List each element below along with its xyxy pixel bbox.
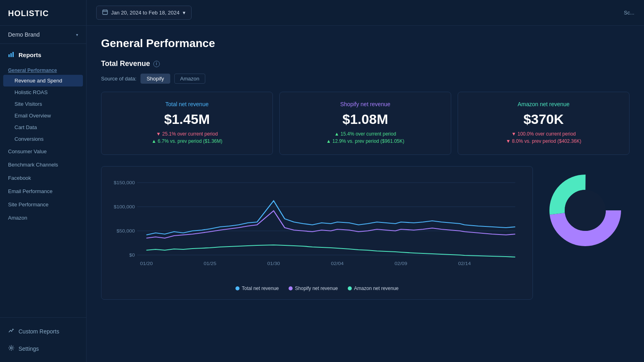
metric-card-amazon: Amazon net revenue $370K ▼ 100.0% over c…: [458, 92, 630, 155]
page-title: General Performance: [101, 37, 630, 50]
svg-rect-0: [8, 54, 10, 57]
metric-cards: Total net revenue $1.45M ▼ 25.1% over cu…: [101, 92, 630, 155]
legend-label-shopify: Shopify net revenue: [295, 286, 338, 291]
card-value-total: $1.45M: [109, 111, 264, 127]
custom-reports-item[interactable]: Custom Reports: [0, 323, 86, 340]
topbar-right-label: Sc...: [624, 10, 634, 16]
source-label: Source of data:: [101, 76, 136, 82]
line-chart-container: $150,000 $100,000 $50,000 $0 01/20 01/25…: [101, 166, 533, 300]
main-content: Jan 20, 2024 to Feb 18, 2024 ▾ Sc... Gen…: [87, 0, 644, 362]
card-title-amazon: Amazon net revenue: [466, 101, 621, 107]
settings-label: Settings: [19, 346, 39, 352]
date-picker[interactable]: Jan 20, 2024 to Feb 18, 2024 ▾: [96, 6, 192, 20]
custom-reports-icon: [8, 327, 14, 335]
svg-rect-2: [12, 52, 14, 57]
legend-shopify: Shopify net revenue: [289, 286, 338, 291]
content-area: General Performance Total Revenue i Sour…: [87, 26, 644, 362]
legend-label-amazon: Amazon net revenue: [354, 286, 399, 291]
sidebar-item-holistic-roas[interactable]: Holistic ROAS: [0, 86, 86, 98]
card-change1-total: ▼ 25.1% over current period: [109, 131, 264, 137]
donut-chart-container: [541, 166, 630, 255]
calendar-icon: [102, 9, 108, 16]
card-change2-amazon: ▼ 8.0% vs. prev period ($402.36K): [466, 138, 621, 144]
reports-label: Reports: [19, 51, 41, 58]
brand-selector[interactable]: Demo Brand ▾: [0, 26, 86, 44]
sidebar-item-cart-data[interactable]: Cart Data: [0, 121, 86, 133]
svg-text:02/09: 02/09: [394, 261, 407, 266]
sidebar-item-site-performance[interactable]: Site Performance: [0, 198, 86, 211]
donut-hole: [565, 190, 606, 231]
metric-card-total: Total net revenue $1.45M ▼ 25.1% over cu…: [101, 92, 273, 155]
svg-text:$50,000: $50,000: [117, 228, 135, 234]
sidebar-item-amazon[interactable]: Amazon: [0, 211, 86, 224]
date-range-label: Jan 20, 2024 to Feb 18, 2024: [111, 10, 180, 16]
card-value-amazon: $370K: [466, 111, 621, 127]
reports-header: Reports: [0, 44, 86, 63]
legend-amazon: Amazon net revenue: [348, 286, 399, 291]
chart-svg-wrapper: $150,000 $100,000 $50,000 $0 01/20 01/25…: [109, 175, 524, 281]
sidebar-bottom: Custom Reports Settings: [0, 317, 86, 362]
chart-legend: Total net revenue Shopify net revenue Am…: [109, 286, 524, 291]
svg-text:$0: $0: [129, 253, 135, 258]
reports-icon: [8, 51, 14, 59]
card-title-total: Total net revenue: [109, 101, 264, 107]
card-change2-shopify: ▲ 12.9% vs. prev period ($961.05K): [288, 138, 443, 144]
brand-chevron: ▾: [76, 33, 78, 37]
date-picker-chevron: ▾: [183, 10, 186, 16]
sidebar-item-email-performance[interactable]: Email Performance: [0, 185, 86, 198]
svg-text:$150,000: $150,000: [114, 180, 135, 185]
sidebar: HOLISTIC Demo Brand ▾ Reports General Pe…: [0, 0, 87, 362]
chart-row: $150,000 $100,000 $50,000 $0 01/20 01/25…: [101, 166, 630, 300]
svg-rect-4: [103, 10, 107, 14]
svg-text:01/20: 01/20: [140, 261, 153, 266]
sidebar-item-conversions[interactable]: Conversions: [0, 133, 86, 145]
sidebar-item-site-visitors[interactable]: Site Visitors: [0, 98, 86, 110]
svg-point-3: [10, 347, 12, 349]
svg-text:$100,000: $100,000: [114, 204, 135, 210]
legend-dot-shopify: [289, 286, 293, 290]
section-title: Total Revenue i: [101, 60, 630, 68]
sidebar-item-facebook[interactable]: Facebook: [0, 171, 86, 185]
donut-chart-svg: [545, 170, 625, 251]
card-change1-amazon: ▼ 100.0% over current period: [466, 131, 621, 137]
svg-text:01/30: 01/30: [267, 261, 280, 266]
sidebar-nav: General Performance Revenue and Spend Ho…: [0, 63, 86, 317]
svg-text:01/25: 01/25: [204, 261, 217, 266]
legend-dot-amazon: [348, 286, 352, 290]
source-shopify-button[interactable]: Shopify: [140, 74, 170, 84]
info-icon[interactable]: i: [153, 61, 160, 67]
sidebar-logo: HOLISTIC: [0, 0, 86, 26]
card-change1-shopify: ▲ 15.4% over current period: [288, 131, 443, 137]
sidebar-item-benchmark-channels[interactable]: Benchmark Channels: [0, 158, 86, 171]
legend-dot-total: [235, 286, 239, 290]
sidebar-item-consumer-value[interactable]: Consumer Value: [0, 145, 86, 158]
svg-text:02/04: 02/04: [331, 261, 344, 266]
sidebar-item-email-overview[interactable]: Email Overview: [0, 110, 86, 121]
card-change2-total: ▲ 6.7% vs. prev period ($1.36M): [109, 138, 264, 144]
line-chart-svg: $150,000 $100,000 $50,000 $0 01/20 01/25…: [109, 175, 524, 279]
source-amazon-button[interactable]: Amazon: [174, 74, 206, 84]
nav-section-general-performance[interactable]: General Performance: [0, 65, 86, 75]
brand-name: Demo Brand: [8, 31, 40, 38]
legend-label-total: Total net revenue: [242, 286, 279, 291]
custom-reports-label: Custom Reports: [19, 328, 59, 335]
source-row: Source of data: Shopify Amazon: [101, 74, 630, 84]
svg-text:02/14: 02/14: [458, 261, 471, 266]
card-value-shopify: $1.08M: [288, 111, 443, 127]
topbar: Jan 20, 2024 to Feb 18, 2024 ▾ Sc...: [87, 0, 644, 26]
sidebar-item-revenue-and-spend[interactable]: Revenue and Spend: [3, 75, 83, 86]
settings-icon: [8, 345, 14, 352]
legend-total: Total net revenue: [235, 286, 279, 291]
settings-item[interactable]: Settings: [0, 340, 86, 357]
card-title-shopify: Shopify net revenue: [288, 101, 443, 107]
svg-rect-1: [10, 53, 12, 57]
metric-card-shopify: Shopify net revenue $1.08M ▲ 15.4% over …: [279, 92, 451, 155]
